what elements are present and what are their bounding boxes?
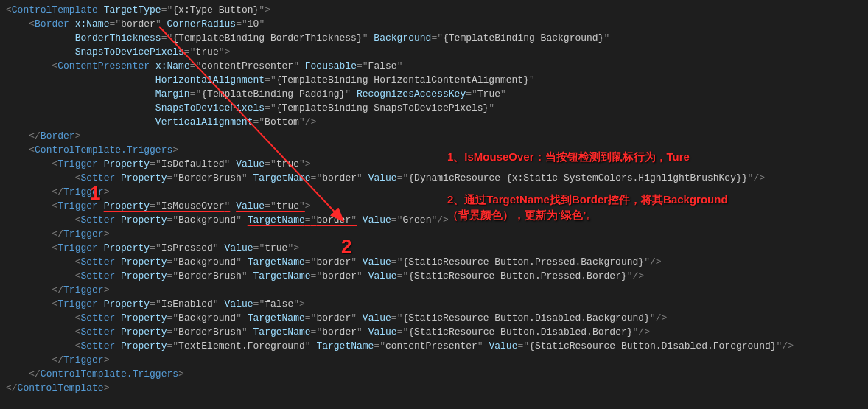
xaml-code-editor[interactable]: <ControlTemplate TargetType="{x:Type But… bbox=[0, 3, 868, 395]
code-line[interactable]: </ControlTemplate.Triggers> bbox=[0, 367, 868, 381]
code-line[interactable]: <ContentPresenter x:Name="contentPresent… bbox=[0, 59, 868, 73]
code-line[interactable]: HorizontalAlignment="{TemplateBinding Ho… bbox=[0, 73, 868, 87]
code-line[interactable]: Margin="{TemplateBinding Padding}" Recog… bbox=[0, 87, 868, 101]
code-line[interactable]: <Setter Property="TextElement.Foreground… bbox=[0, 339, 868, 353]
code-line[interactable]: <Border x:Name="border" CornerRadius="10… bbox=[0, 17, 868, 31]
code-line[interactable]: </ControlTemplate> bbox=[0, 381, 868, 395]
code-line[interactable]: SnapsToDevicePixels="{TemplateBinding Sn… bbox=[0, 101, 868, 115]
code-line[interactable]: <ControlTemplate.Triggers> bbox=[0, 143, 868, 157]
code-line[interactable]: <Setter Property="Background" TargetName… bbox=[0, 213, 868, 227]
code-line[interactable]: </Trigger> bbox=[0, 227, 868, 241]
code-line[interactable]: <Setter Property="BorderBrush" TargetNam… bbox=[0, 171, 868, 185]
code-line[interactable]: <Trigger Property="IsMouseOver" Value="t… bbox=[0, 199, 868, 213]
code-line[interactable]: VerticalAlignment="Bottom"/> bbox=[0, 115, 868, 129]
code-line[interactable]: </Border> bbox=[0, 129, 868, 143]
code-line[interactable]: <Trigger Property="IsDefaulted" Value="t… bbox=[0, 157, 868, 171]
code-line[interactable]: </Trigger> bbox=[0, 353, 868, 367]
code-line[interactable]: <Setter Property="BorderBrush" TargetNam… bbox=[0, 325, 868, 339]
code-line[interactable]: <Trigger Property="IsPressed" Value="tru… bbox=[0, 241, 868, 255]
code-line[interactable]: <Setter Property="Background" TargetName… bbox=[0, 311, 868, 325]
code-line[interactable]: <Setter Property="BorderBrush" TargetNam… bbox=[0, 269, 868, 283]
code-line[interactable]: <ControlTemplate TargetType="{x:Type But… bbox=[0, 3, 868, 17]
code-line[interactable]: SnapsToDevicePixels="true"> bbox=[0, 45, 868, 59]
code-line[interactable]: <Trigger Property="IsEnabled" Value="fal… bbox=[0, 297, 868, 311]
code-line[interactable]: <Setter Property="Background" TargetName… bbox=[0, 255, 868, 269]
code-line[interactable]: </Trigger> bbox=[0, 283, 868, 297]
code-line[interactable]: </Trigger> bbox=[0, 185, 868, 199]
code-line[interactable]: BorderThickness="{TemplateBinding Border… bbox=[0, 31, 868, 45]
